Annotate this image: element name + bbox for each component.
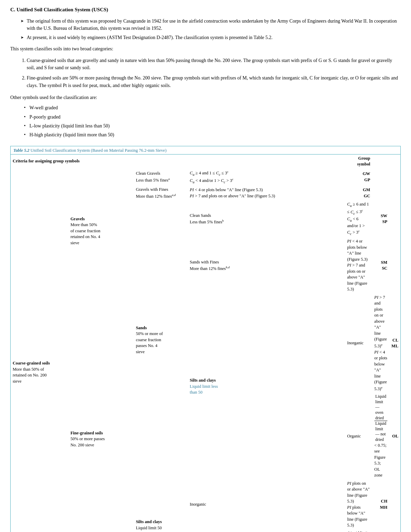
- clean-sands-criteria: Cu ≥ 6 and 1 ≤ Cc ≤ 3c Cu < 6 and/or 1 >…: [345, 200, 372, 237]
- fine-grained-label: Fine-grained soils 50% or more passes No…: [68, 294, 134, 532]
- table-caption-text: Unified Soil Classification System (Base…: [30, 148, 166, 153]
- section-title: C. Unified Soil Classification System (U…: [10, 7, 401, 13]
- symbol-w: W-well graded: [24, 104, 401, 112]
- inorganic-ll50-label: Inorganic: [345, 294, 372, 393]
- organic-ll50plus-label: Organic: [188, 530, 345, 532]
- sands-label: Sands 50% or more of coarse fraction pas…: [134, 200, 188, 479]
- bullet-item-2: At present, it is used widely by enginee…: [21, 34, 401, 41]
- gravels-with-fines-criteria: PI < 4 or plots below "A" line (Figure 5…: [188, 186, 345, 200]
- silts-clays-ll50-label: Silts and clays Liquid limit lessthan 50: [188, 294, 345, 480]
- numbered-item-2: Fine-grained soils are 50% or more passi…: [27, 74, 401, 89]
- table-number: Table 5.2: [13, 148, 29, 153]
- bullet-item-1: The original form of this system was pro…: [21, 17, 401, 32]
- sw-sp-symbols: SWSP: [372, 200, 389, 237]
- organic-ll50-criteria: Liquid limit — oven dried Liquid limit —…: [372, 393, 389, 479]
- gravels-with-fines-label: Gravels with FinesMore than 12% finesa,d: [134, 186, 188, 200]
- other-symbols-title: Other symbols used for the classificatio…: [10, 94, 401, 101]
- numbered-item-1: Coarse-grained soils that are gravelly a…: [27, 57, 401, 72]
- uscs-table: Criteria for assigning group symbols Gro…: [11, 154, 400, 532]
- table-caption: Table 5.2 Unified Soil Classification Sy…: [11, 146, 400, 154]
- symbol-l: L-low plasticity (liquid limit less than…: [24, 122, 401, 130]
- other-symbols-list: W-well graded P-poorly graded L-low plas…: [10, 104, 401, 139]
- ol-symbol: OL: [389, 393, 400, 479]
- coarse-grained-label: Coarse-grained soils More than 50% of re…: [11, 169, 68, 532]
- clean-gravels-label: Clean GravelsLess than 5% finesa: [134, 169, 188, 186]
- table-header-row: Criteria for assigning group symbols Gro…: [11, 154, 400, 169]
- sands-with-fines-criteria: PI < 4 or plots below "A" line (Figure 5…: [345, 237, 372, 294]
- cl-ml-symbols: CLML: [389, 294, 400, 393]
- organic-ll50-label: Organic: [345, 393, 372, 479]
- silts-clays-ll50plus-label: Silts and clays Liquid limit 50 or more: [134, 480, 188, 532]
- gw-gp-symbols: GWGP: [345, 169, 372, 186]
- page-content: C. Unified Soil Classification System (U…: [10, 7, 401, 532]
- gm-gc-symbols: GMGC: [345, 186, 372, 200]
- inorganic-ll50-criteria: PI > 7 and plots on or above "A" line (F…: [372, 294, 389, 393]
- clean-sands-label: Clean SandsLess than 5% finesb: [188, 200, 345, 237]
- group-symbol-header: Groupsymbol: [345, 154, 372, 169]
- numbered-list: Coarse-grained soils that are gravelly a…: [10, 57, 401, 89]
- inorganic-ll50plus-criteria: PI plots on or above "A" line (Figure 5.…: [345, 480, 372, 530]
- uscs-table-wrapper: Table 5.2 Unified Soil Classification Sy…: [10, 146, 401, 532]
- sm-sc-symbols: SMSC: [372, 237, 389, 294]
- sands-with-fines-label: Sands with FinesMore than 12% finesb,d: [188, 237, 345, 294]
- ch-mh-symbols: CHMH: [372, 480, 389, 530]
- clean-gravels-criteria: Cu ≥ 4 and 1 ≤ Cc ≤ 3c Cu < 4 and/or 1 >…: [188, 169, 345, 186]
- coarse-grained-row: Coarse-grained soils More than 50% of re…: [11, 169, 400, 186]
- intro-paragraph: This system classifies soils into two br…: [10, 45, 401, 53]
- intro-bullets: The original form of this system was pro…: [10, 17, 401, 41]
- inorganic-ll50plus-label: Inorganic: [188, 480, 345, 530]
- criteria-header: Criteria for assigning group symbols: [11, 154, 345, 169]
- organic-ll50plus-criteria: Liquid limit — oven dried Liquid limit —…: [345, 530, 372, 532]
- symbol-h: H-high plasticity (liquid limit more tha…: [24, 131, 401, 139]
- oh-symbol: OH: [372, 530, 389, 532]
- symbol-p: P-poorly graded: [24, 113, 401, 121]
- fine-grained-section: Fine-grained soils 50% or more passes No…: [11, 294, 400, 393]
- gravels-label: Gravels More than 50% of coarse fraction…: [68, 169, 134, 294]
